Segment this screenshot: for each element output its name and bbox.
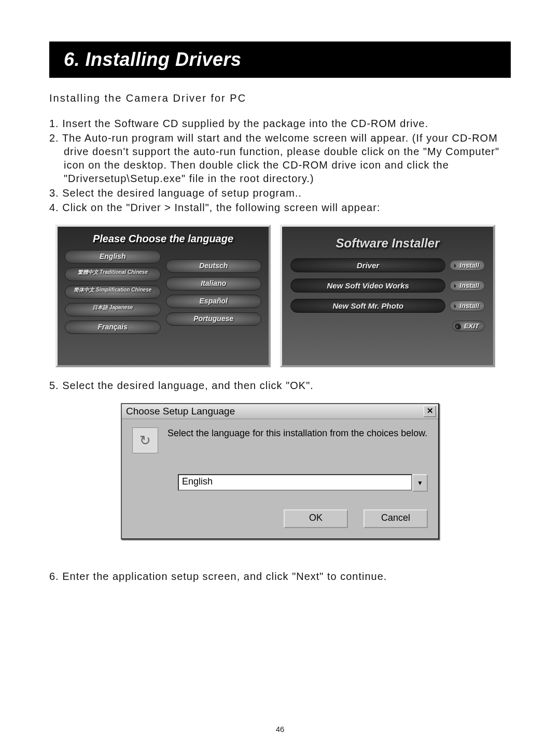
step-4: 4. Click on the "Driver > Install", the …	[49, 201, 511, 214]
language-chooser-title: Please Choose the language	[58, 227, 269, 250]
dialog-instruction-text: Select the language for this installatio…	[167, 427, 428, 439]
install-driver-button[interactable]: Install	[450, 260, 485, 271]
software-installer-screenshot: Software Installer Driver Install New So…	[280, 225, 495, 367]
setup-icon: ↻	[132, 427, 158, 453]
installer-exit-button[interactable]: EXIT	[452, 321, 485, 331]
installer-item-driver: Driver	[290, 258, 445, 272]
chevron-down-icon[interactable]: ▼	[412, 474, 428, 492]
ok-button[interactable]: OK	[284, 509, 348, 528]
install-videoworks-button[interactable]: Install	[450, 280, 485, 291]
lang-english[interactable]: English	[65, 250, 161, 264]
lang-trad-chinese[interactable]: 繁體中文 Traditional Chinese	[65, 268, 161, 281]
step-1: 1. Insert the Software CD supplied by th…	[49, 117, 511, 130]
language-select-value: English	[178, 474, 412, 491]
page-number: 46	[0, 725, 560, 733]
install-mrphoto-button[interactable]: Install	[450, 300, 485, 311]
lang-simp-chinese[interactable]: 简体中文 Simplification Chinese	[65, 285, 161, 299]
choose-language-dialog: Choose Setup Language ✕ ↻ Select the lan…	[121, 403, 439, 539]
close-icon[interactable]: ✕	[424, 406, 436, 417]
lang-espanol[interactable]: Español	[166, 295, 262, 308]
step-2: 2. The Auto-run program will start and t…	[49, 131, 511, 185]
steps-list-1-4: 1. Insert the Software CD supplied by th…	[49, 117, 511, 214]
dialog-title-text: Choose Setup Language	[126, 406, 235, 417]
section-title: 6. Installing Drivers	[64, 49, 242, 71]
lang-italiano[interactable]: Italiano	[166, 277, 262, 290]
manual-page: 6. Installing Drivers Installing the Cam…	[0, 0, 560, 748]
installer-title: Software Installer	[282, 227, 493, 257]
installer-item-videoworks: New Soft Video Works	[290, 279, 445, 293]
language-chooser-screenshot: Please Choose the language English 繁體中文 …	[55, 225, 271, 367]
step-3: 3. Select the desired language of setup …	[49, 186, 511, 200]
cancel-button[interactable]: Cancel	[363, 509, 428, 528]
screenshots-row: Please Choose the language English 繁體中文 …	[55, 225, 511, 367]
lang-francais[interactable]: Français	[65, 321, 161, 334]
subheading: Installing the Camera Driver for PC	[49, 92, 511, 104]
lang-japanese[interactable]: 日本語 Japanese	[65, 303, 161, 316]
lang-deutsch[interactable]: Deutsch	[166, 259, 262, 273]
language-select[interactable]: English ▼	[178, 474, 428, 492]
dialog-titlebar: Choose Setup Language ✕	[122, 404, 438, 419]
installer-item-mrphoto: New Soft Mr. Photo	[290, 299, 445, 313]
section-title-bar: 6. Installing Drivers	[49, 41, 511, 78]
step-6: 6. Enter the application setup screen, a…	[49, 571, 511, 583]
step-5: 5. Select the desired language, and then…	[49, 380, 511, 392]
lang-portuguese[interactable]: Portuguese	[166, 312, 262, 326]
